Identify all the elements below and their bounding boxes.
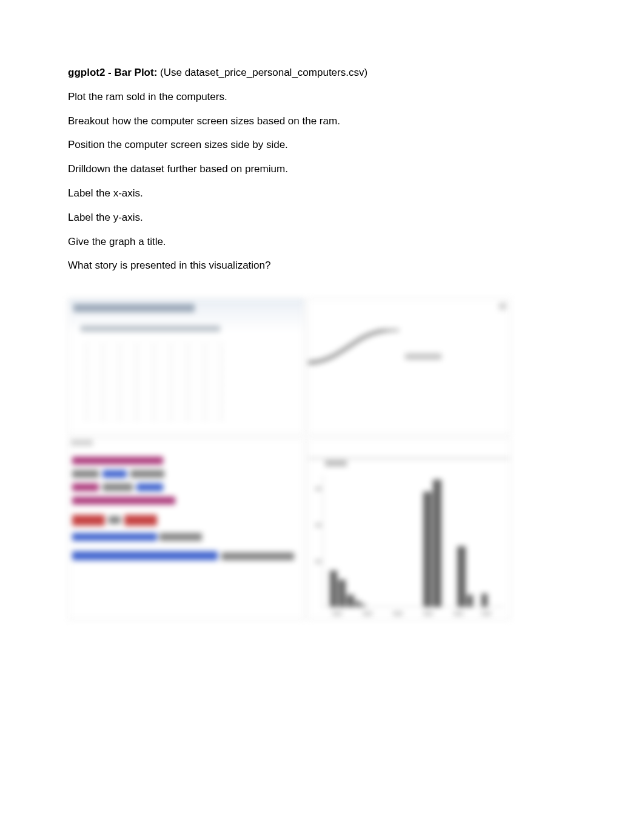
plot-panel [307,438,511,620]
instruction-line: Breakout how the computer screen sizes b… [68,114,576,129]
bar [347,595,354,607]
code-panel [68,438,304,620]
code-line [221,552,294,560]
plot-tab [325,460,347,466]
bar [355,601,360,607]
bar [338,580,346,607]
code-line [102,483,133,491]
code-line [72,551,218,560]
heading-bold: ggplot2 - Bar Plot: [68,67,157,78]
instruction-line: Label the y-axis. [68,210,576,225]
x-tick [481,612,491,615]
instruction-line: Give the graph a title. [68,235,576,249]
preview-label [405,354,441,360]
instruction-line: Plot the ram sold in the computers. [68,90,576,104]
code-line [72,457,163,464]
data-grid-panel [68,298,304,435]
bar [330,571,337,607]
bar [423,492,432,607]
code-line [72,483,99,491]
embedded-screenshot [68,298,511,620]
bar [467,595,473,607]
instruction-line: Drilldown the dataset further based on p… [68,162,576,176]
y-tick [315,560,321,563]
bar [361,604,365,607]
instruction-line: Position the computer screen sizes side … [68,138,576,152]
y-tick [315,523,321,527]
data-grid [86,343,225,421]
code-line [72,533,157,541]
x-tick [332,612,342,615]
bar [433,480,441,607]
curve-graphic [308,329,399,366]
code-line [130,470,164,478]
y-axis [323,475,323,608]
code-line [136,483,163,491]
code-line [72,515,105,526]
x-tick [393,612,403,615]
code-line [72,497,175,505]
close-icon [499,303,506,310]
code-line [124,515,157,526]
toolbar [81,326,220,332]
preview-panel [307,298,511,435]
code-line [159,533,202,541]
code-line [72,470,99,478]
heading: ggplot2 - Bar Plot: (Use dataset_price_p… [68,65,576,80]
bar [481,594,488,607]
instruction-line: What story is presented in this visualiz… [68,258,576,273]
instruction-line: Label the x-axis. [68,186,576,201]
heading-rest: (Use dataset_price_personal_computers.cs… [157,67,367,78]
x-tick [423,612,433,615]
x-tick [363,612,372,615]
bar [457,546,466,607]
panel-divider [308,458,510,459]
code-tab [71,440,93,446]
x-tick [454,612,463,615]
code-line [102,470,127,478]
code-line [109,516,121,524]
y-tick [315,487,321,491]
window-titlebar [73,304,195,312]
